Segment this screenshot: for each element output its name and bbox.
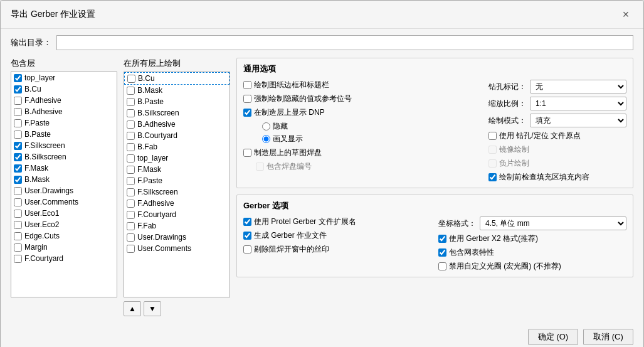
draw-layer-label: F.Fab xyxy=(137,222,156,230)
up-button[interactable]: ▲ xyxy=(124,301,141,316)
coord-format-select[interactable]: 4.5, 单位 mm 4.6, 单位 mm xyxy=(480,216,626,230)
include-layer-checkbox[interactable] xyxy=(14,221,22,229)
draw-layer-checkbox[interactable] xyxy=(127,233,135,242)
draw-layer-item[interactable]: B.Cu xyxy=(124,72,230,85)
output-dir-input[interactable] xyxy=(56,35,633,50)
down-button[interactable]: ▼ xyxy=(144,301,161,316)
draw-layers-list[interactable]: B.CuB.MaskB.PasteB.SilkscreenB.AdhesiveB… xyxy=(124,72,230,297)
draw-layer-checkbox[interactable] xyxy=(127,222,135,230)
draw-layer-item[interactable]: F.Adhesive xyxy=(124,198,230,209)
include-layer-checkbox[interactable] xyxy=(14,74,22,82)
draw-layer-item[interactable]: B.Silkscreen xyxy=(124,107,230,119)
opt-protel-ext-checkbox[interactable] xyxy=(243,218,251,226)
draw-layer-item[interactable]: User.Comments xyxy=(124,243,230,254)
include-layer-item[interactable]: B.Mask xyxy=(11,174,117,185)
include-layer-item[interactable]: B.Cu xyxy=(11,83,117,95)
draw-layer-checkbox[interactable] xyxy=(127,75,135,83)
close-button[interactable]: × xyxy=(618,7,633,22)
include-layer-item[interactable]: User.Comments xyxy=(11,196,117,208)
plot-mode-select[interactable]: 填充 轮廓 xyxy=(530,114,626,127)
include-layers-list[interactable]: top_layerB.CuF.AdhesiveB.AdhesiveF.Paste… xyxy=(11,72,117,297)
opt-sketch-pads-checkbox[interactable] xyxy=(243,149,251,157)
draw-layer-item[interactable]: B.Adhesive xyxy=(124,119,230,130)
opt-gen-job-checkbox[interactable] xyxy=(243,232,251,240)
opt-disable-aperture-checkbox[interactable] xyxy=(438,262,446,270)
include-layer-checkbox[interactable] xyxy=(14,131,22,139)
drill-marks-row: 钻孔标记： 无 小圆点 实际大小 xyxy=(488,80,626,93)
opt-dnp-checkbox[interactable] xyxy=(243,109,251,117)
opt-negative-checkbox[interactable] xyxy=(488,159,497,168)
gerber-options-title: Gerber 选项 xyxy=(243,200,626,211)
draw-layer-checkbox[interactable] xyxy=(127,245,135,253)
include-layer-checkbox[interactable] xyxy=(14,108,22,116)
include-layer-checkbox[interactable] xyxy=(14,142,22,150)
opt-force-draw-checkbox[interactable] xyxy=(243,95,251,103)
include-layer-item[interactable]: B.Adhesive xyxy=(11,106,117,117)
draw-layer-checkbox[interactable] xyxy=(127,143,135,151)
draw-layer-item[interactable]: B.Fab xyxy=(124,141,230,152)
include-layer-checkbox[interactable] xyxy=(14,255,22,263)
opt-mirror-checkbox[interactable] xyxy=(488,146,497,154)
include-layer-item[interactable]: B.Paste xyxy=(11,129,117,140)
include-layer-checkbox[interactable] xyxy=(14,210,22,218)
include-layer-item[interactable]: top_layer xyxy=(11,72,117,83)
draw-layer-item[interactable]: B.Courtyard xyxy=(124,130,230,141)
include-layer-item[interactable]: B.Silkscreen xyxy=(11,151,117,163)
include-layer-item[interactable]: User.Drawings xyxy=(11,185,117,196)
draw-layer-item[interactable]: B.Mask xyxy=(124,85,230,96)
include-layer-item[interactable]: Margin xyxy=(11,242,117,253)
draw-layer-checkbox[interactable] xyxy=(127,211,135,219)
include-layer-item[interactable]: User.Eco2 xyxy=(11,219,117,230)
include-layer-checkbox[interactable] xyxy=(14,232,22,240)
draw-layer-checkbox[interactable] xyxy=(127,120,135,129)
draw-layer-checkbox[interactable] xyxy=(127,188,135,196)
include-layer-checkbox[interactable] xyxy=(14,97,22,105)
include-layer-item[interactable]: F.Courtyard xyxy=(11,253,117,264)
draw-layer-item[interactable]: F.Silkscreen xyxy=(124,186,230,198)
opt-hide-radio[interactable] xyxy=(262,122,270,131)
include-layer-item[interactable]: F.Mask xyxy=(11,163,117,174)
ok-button[interactable]: 确定 (O) xyxy=(528,329,578,345)
draw-layer-item[interactable]: User.Drawings xyxy=(124,232,230,243)
draw-layer-checkbox[interactable] xyxy=(127,177,135,185)
include-layer-item[interactable]: F.Adhesive xyxy=(11,95,117,106)
opt-x2-format-checkbox[interactable] xyxy=(438,235,446,243)
draw-layer-checkbox[interactable] xyxy=(127,87,135,95)
dnp-radio-group: 隐藏 画叉显示 xyxy=(262,121,478,144)
general-options-section: 通用选项 绘制图纸边框和标题栏 强制绘制隐藏的值或参考位号 xyxy=(236,58,633,188)
opt-netlist-checkbox[interactable] xyxy=(438,248,446,257)
draw-layer-checkbox[interactable] xyxy=(127,154,135,163)
draw-layer-checkbox[interactable] xyxy=(127,109,135,117)
cancel-button[interactable]: 取消 (C) xyxy=(583,329,633,345)
opt-drill-origin-checkbox[interactable] xyxy=(488,132,497,140)
opt-cross-radio[interactable] xyxy=(262,135,270,143)
include-layer-checkbox[interactable] xyxy=(14,85,22,93)
include-layer-item[interactable]: F.Paste xyxy=(11,117,117,129)
opt-remove-silk-checkbox[interactable] xyxy=(243,245,251,254)
draw-layer-item[interactable]: B.Paste xyxy=(124,96,230,107)
include-layer-checkbox[interactable] xyxy=(14,164,22,173)
scale-select[interactable]: 1:1 1:2 2:1 xyxy=(530,97,626,110)
include-layer-checkbox[interactable] xyxy=(14,153,22,161)
draw-layer-item[interactable]: top_layer xyxy=(124,152,230,164)
include-layer-checkbox[interactable] xyxy=(14,119,22,127)
include-layer-checkbox[interactable] xyxy=(14,187,22,195)
draw-layer-checkbox[interactable] xyxy=(127,166,135,174)
draw-layer-item[interactable]: F.Mask xyxy=(124,164,230,175)
include-layer-checkbox[interactable] xyxy=(14,198,22,206)
opt-pad-num-checkbox[interactable] xyxy=(256,163,264,171)
draw-layer-item[interactable]: F.Courtyard xyxy=(124,209,230,220)
include-layer-checkbox[interactable] xyxy=(14,243,22,252)
draw-layer-checkbox[interactable] xyxy=(127,132,135,140)
draw-layer-item[interactable]: F.Fab xyxy=(124,220,230,232)
include-layer-item[interactable]: User.Eco1 xyxy=(11,208,117,219)
opt-draw-border-checkbox[interactable] xyxy=(243,81,251,89)
draw-layer-checkbox[interactable] xyxy=(127,200,135,208)
draw-layer-checkbox[interactable] xyxy=(127,98,135,106)
include-layer-checkbox[interactable] xyxy=(14,176,22,184)
drill-marks-select[interactable]: 无 小圆点 实际大小 xyxy=(530,80,626,93)
include-layer-item[interactable]: F.Silkscreen xyxy=(11,140,117,151)
include-layer-item[interactable]: Edge.Cuts xyxy=(11,230,117,242)
opt-check-zone-checkbox[interactable] xyxy=(488,173,497,181)
draw-layer-item[interactable]: F.Paste xyxy=(124,175,230,186)
